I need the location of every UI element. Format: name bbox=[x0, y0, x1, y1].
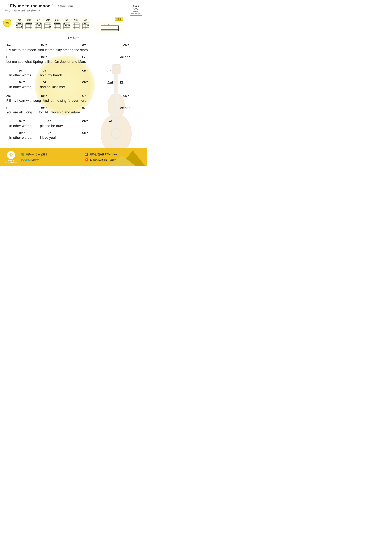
song-line-3: Dm7G7CM7Bm7E7 In other words, darling, k… bbox=[6, 81, 141, 89]
svg-point-138 bbox=[22, 154, 24, 156]
chord-marker: Dm7 bbox=[19, 131, 25, 135]
svg-point-19 bbox=[21, 26, 22, 27]
svg-text:淘: 淘 bbox=[86, 159, 87, 161]
chord-row-0: AmDm7G7CM7 bbox=[6, 44, 141, 48]
chord-marker: Bm7 bbox=[107, 81, 113, 84]
strum-notation: ↓ ↓ ↑ ↓ bbox=[100, 23, 120, 33]
svg-point-18 bbox=[19, 23, 21, 24]
svg-point-45 bbox=[38, 24, 40, 26]
chord-marker: CM7 bbox=[82, 120, 88, 123]
bracket-close: ］ bbox=[51, 3, 56, 9]
svg-point-16 bbox=[16, 24, 18, 26]
song-line-5: FBm7E7Am7A7You are all I long for All I … bbox=[6, 106, 141, 114]
chord-marker: Am bbox=[6, 95, 11, 98]
svg-point-134 bbox=[10, 156, 12, 157]
chord-section: 和弦 AmDm7G7CM7Bm7E7Am7A7 节奏型 ↓ ↓ bbox=[0, 17, 147, 34]
wechat-item: 微信公众号|白熊音乐 bbox=[21, 152, 78, 156]
chord-marker: G7 bbox=[47, 120, 51, 123]
chord-marker: G7 bbox=[43, 69, 46, 72]
svg-point-105 bbox=[84, 23, 86, 24]
chord-row-6: Dm7G7CM7A7 bbox=[6, 120, 141, 124]
footer-logo: 白熊音乐 POLAR BEAR MUSIC bbox=[5, 151, 17, 163]
chord-marker: CM7 bbox=[82, 69, 88, 72]
svg-point-70 bbox=[57, 23, 59, 24]
chord-marker: Dm7 bbox=[19, 120, 25, 123]
svg-point-57 bbox=[50, 26, 51, 27]
svg-point-71 bbox=[59, 23, 60, 24]
chord-row-1: FBm7E7Am7A7 bbox=[6, 56, 141, 59]
chord-marker: CM7 bbox=[82, 81, 88, 84]
chord-marker: A7 bbox=[109, 120, 113, 123]
song-line-6: Dm7G7CM7A7 In other words, please be tru… bbox=[6, 120, 141, 128]
title-info: 原key：C 男生版 编排：@崔骏ukulele bbox=[5, 9, 73, 12]
chord-marker: F bbox=[6, 56, 8, 59]
song-line-0: AmDm7G7CM7Fly me to the moon And let me … bbox=[6, 44, 141, 52]
chord-name-label: CM7 bbox=[45, 19, 50, 21]
logo-text: 白熊音乐 POLAR BEAR MUSIC bbox=[131, 11, 141, 14]
chord-marker: Dm7 bbox=[19, 69, 25, 72]
chord-diagram-bm7: Bm7 bbox=[53, 19, 61, 30]
footer-bear-icon bbox=[7, 151, 15, 159]
chord-marker: E7 bbox=[82, 56, 86, 59]
chord-diagram-dm7: Dm7 bbox=[25, 19, 33, 30]
svg-text:↓: ↓ bbox=[115, 23, 117, 26]
bracket-open: ［ bbox=[5, 3, 9, 9]
song-line-2: Dm7G7CM7A7 In other words, hold my hand! bbox=[6, 69, 141, 77]
lyric-text-1: Let me see what Spring is like On Jupite… bbox=[6, 60, 141, 64]
chord-name-label: Bm7 bbox=[55, 19, 59, 21]
taobao-icon: 淘 bbox=[85, 158, 89, 162]
chord-diagram-g7: G7 bbox=[34, 19, 42, 30]
jiezou-badge: 节奏型 bbox=[114, 17, 123, 21]
svg-point-68 bbox=[54, 23, 56, 24]
chords-grid: AmDm7G7CM7Bm7E7Am7A7 bbox=[13, 17, 92, 31]
chord-marker: Dm7 bbox=[41, 95, 47, 98]
svg-text:↓: ↓ bbox=[104, 23, 105, 26]
footer: 白熊音乐 POLAR BEAR MUSIC 微信公众号|白熊音乐 微 新浪微博|… bbox=[0, 148, 147, 166]
chord-diagram-cm7: CM7 bbox=[44, 19, 52, 30]
song-title: Fly me to the moon bbox=[10, 3, 50, 8]
logo-box: 白熊音乐 POLAR BEAR MUSIC bbox=[130, 3, 142, 15]
lyric-text-5: You are all I long for All I worship and… bbox=[6, 110, 141, 114]
svg-point-106 bbox=[87, 24, 89, 26]
triplet-note: = 3♫ bbox=[74, 36, 79, 40]
chord-marker: Am7 bbox=[120, 56, 126, 59]
weibo-icon: 微 bbox=[85, 152, 89, 156]
svg-point-31 bbox=[27, 23, 29, 24]
svg-point-4 bbox=[136, 7, 137, 8]
svg-point-32 bbox=[29, 23, 30, 24]
svg-rect-131 bbox=[9, 154, 13, 157]
hejian-badge: 和弦 bbox=[3, 19, 11, 27]
chord-marker: E7 bbox=[82, 106, 86, 109]
chord-marker: G7 bbox=[47, 131, 51, 135]
chord-name-label: A7 bbox=[84, 19, 87, 21]
song-line-4: AmDm7G7CM7Fill my heart with song And le… bbox=[6, 95, 141, 103]
title-line: ［ Fly me to the moon ］ 曲词Bart Howard bbox=[5, 3, 73, 9]
chord-diagram-a7: A7 bbox=[82, 19, 90, 30]
svg-point-3 bbox=[135, 7, 135, 8]
lyric-text-0: Fly me to the moon And let me play among… bbox=[6, 48, 141, 52]
chord-diagram-am: Am bbox=[15, 19, 23, 30]
youku-brand: YOUKU bbox=[21, 158, 30, 161]
chord-marker: Dm7 bbox=[19, 81, 25, 84]
lyric-text-6: In other words, please be true! bbox=[6, 124, 141, 128]
svg-point-132 bbox=[10, 155, 11, 156]
tempo-text: ♩ = 𝅘𝅘𝅘𝅥𝅯 bbox=[67, 36, 72, 40]
title-block: ［ Fly me to the moon ］ 曲词Bart Howard 原ke… bbox=[5, 3, 73, 12]
chord-marker: Am bbox=[6, 44, 11, 47]
chord-marker: A7 bbox=[127, 106, 130, 109]
chord-marker: CM7 bbox=[82, 131, 88, 135]
svg-text:↑: ↑ bbox=[112, 23, 113, 26]
footer-bear-logo-icon bbox=[8, 152, 14, 158]
svg-point-17 bbox=[18, 23, 19, 24]
svg-point-5 bbox=[135, 8, 136, 9]
chord-row-4: AmDm7G7CM7 bbox=[6, 95, 141, 98]
song-line-1: FBm7E7Am7A7Let me see what Spring is lik… bbox=[6, 56, 141, 64]
chord-marker: A7 bbox=[107, 69, 111, 72]
svg-point-30 bbox=[26, 23, 27, 24]
footer-logo-text: 白熊音乐 POLAR BEAR MUSIC bbox=[6, 160, 17, 163]
svg-point-69 bbox=[56, 23, 57, 24]
svg-text:微: 微 bbox=[85, 153, 87, 155]
chord-marker: G7 bbox=[43, 81, 46, 84]
chord-name-label: Dm7 bbox=[27, 19, 31, 21]
chord-row-5: FBm7E7Am7A7 bbox=[6, 106, 141, 110]
